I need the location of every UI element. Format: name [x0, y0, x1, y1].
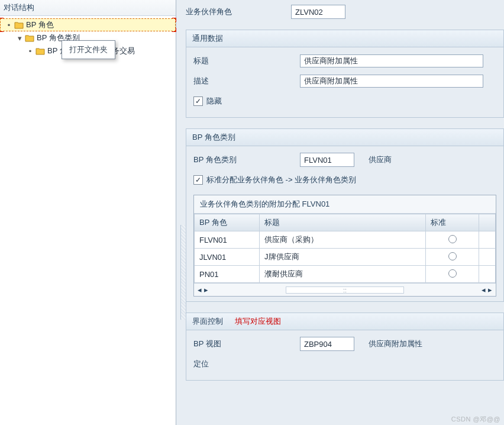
title-label: 标题 [193, 56, 300, 66]
tree-item-bp-role[interactable]: • BP 角色 [0, 18, 176, 31]
col-tool[interactable] [479, 214, 496, 231]
cell-title: 濮耐供应商 [260, 266, 426, 283]
scroll-last-icon[interactable]: ▸ [488, 285, 492, 294]
tree-item-label: BP 角色 [26, 20, 54, 30]
rolecat-label: BP 角色类别 [193, 154, 300, 165]
hide-label: 隐藏 [206, 96, 222, 107]
view-input[interactable]: ZBP904 [300, 337, 354, 351]
view-desc: 供应商附加属性 [369, 339, 422, 349]
dialog-tree-panel: 对话结构 • BP 角色 ▾ BP 角色类别 • [0, 0, 176, 425]
group-ui-header: 界面控制 填写对应视图 [186, 313, 503, 330]
annotation-text: 填写对应视图 [235, 317, 281, 326]
cell-bprole: JLVN01 [195, 249, 260, 266]
table-row[interactable]: PN01 濮耐供应商 [195, 266, 496, 283]
hide-checkbox[interactable] [193, 96, 203, 106]
tree-bullet-icon: • [6, 21, 12, 30]
cell-tool [479, 231, 496, 249]
title-input[interactable]: 供应商附加属性 [300, 54, 483, 67]
watermark: CSDN @邓@@ [451, 415, 500, 424]
group-general: 通用数据 标题 供应商附加属性 描述 供应商附加属性 隐藏 [186, 30, 504, 118]
folder-icon [14, 21, 24, 29]
rolecat-input[interactable]: FLVN01 [300, 153, 354, 167]
group-general-header: 通用数据 [186, 30, 503, 47]
col-title[interactable]: 标题 [260, 214, 426, 231]
group-rolecat-header: BP 角色类别 [186, 129, 503, 146]
radio-icon[interactable] [448, 235, 457, 243]
cell-std[interactable] [426, 231, 479, 249]
group-ui-control: 界面控制 填写对应视图 BP 视图 ZBP904 供应商附加属性 定位 [186, 313, 504, 381]
tree-bullet-icon: • [27, 47, 33, 56]
cell-std[interactable] [426, 266, 479, 283]
desc-input[interactable]: 供应商附加属性 [300, 75, 483, 88]
assign-grid: 业务伙伴角色类别的附加分配 FLVN01 BP 角色 标题 标准 [193, 195, 496, 297]
detail-panel: 业务伙伴角色 ZLVN02 通用数据 标题 供应商附加属性 描述 供应商附加属性 [176, 0, 504, 425]
group-rolecat: BP 角色类别 BP 角色类别 FLVN01 供应商 标准分配业务伙伴角色 ->… [186, 128, 504, 302]
radio-icon[interactable] [448, 252, 457, 260]
cell-title: J牌供应商 [260, 249, 426, 266]
scroll-first-icon[interactable]: ◂ [198, 285, 202, 294]
role-label: 业务伙伴角色 [186, 7, 291, 17]
cell-tool [479, 249, 496, 266]
radio-icon[interactable] [448, 269, 457, 278]
grid-caption: 业务伙伴角色类别的附加分配 FLVN01 [194, 195, 496, 214]
pos-label: 定位 [193, 359, 300, 369]
scroll-prev-icon[interactable]: ▸ [204, 285, 208, 294]
role-input[interactable]: ZLVN02 [291, 5, 345, 19]
cell-tool [479, 266, 496, 283]
scroll-next-icon[interactable]: ◂ [482, 285, 486, 294]
rolecat-desc: 供应商 [369, 154, 392, 165]
col-bprole[interactable]: BP 角色 [195, 214, 260, 231]
tooltip-open-folder: 打开文件夹 [62, 40, 115, 59]
tree-expand-icon[interactable]: ▾ [17, 34, 22, 43]
table-row[interactable]: JLVN01 J牌供应商 [195, 249, 496, 266]
drag-strip[interactable] [180, 225, 186, 320]
tree-header: 对话结构 [0, 0, 176, 16]
cell-std[interactable] [426, 249, 479, 266]
view-label: BP 视图 [193, 339, 300, 349]
cell-bprole: FLVN01 [195, 231, 260, 249]
folder-icon [25, 34, 34, 42]
desc-label: 描述 [193, 76, 300, 86]
folder-icon [35, 47, 45, 55]
std-assign-label: 标准分配业务伙伴角色 -> 业务伙伴角色类别 [206, 175, 356, 185]
cell-bprole: PN01 [195, 266, 260, 283]
scroll-track[interactable]: :: [286, 286, 404, 294]
std-assign-checkbox[interactable] [193, 175, 203, 185]
grid-scrollbar[interactable]: ◂ ▸ :: ◂ ▸ [194, 283, 496, 296]
cell-title: 供应商（采购） [260, 231, 426, 249]
table-row[interactable]: FLVN01 供应商（采购） [195, 231, 496, 249]
col-std[interactable]: 标准 [426, 214, 479, 231]
